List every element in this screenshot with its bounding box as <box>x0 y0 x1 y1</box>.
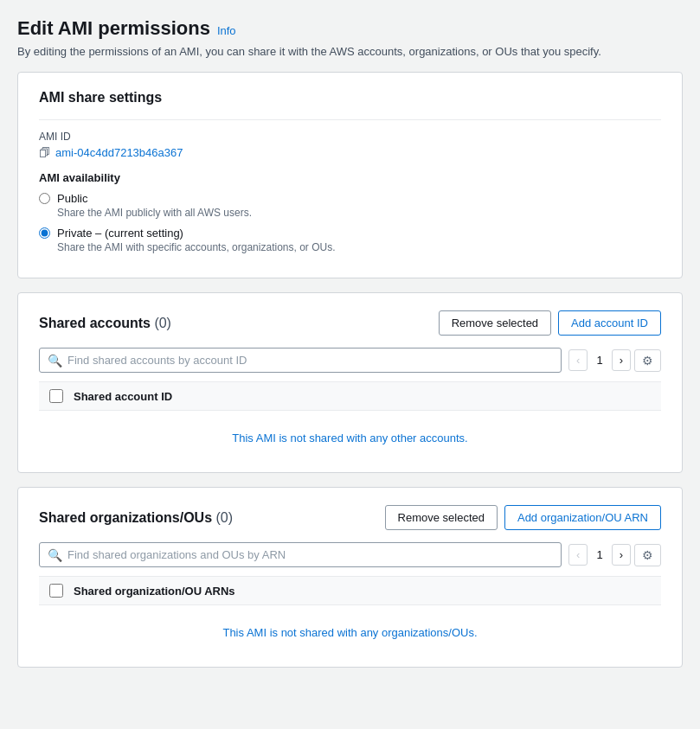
ami-availability-label: AMI availability <box>39 171 661 184</box>
shared-orgs-select-all-checkbox[interactable] <box>49 584 63 598</box>
add-org-arn-button[interactable]: Add organization/OU ARN <box>504 505 661 530</box>
shared-orgs-search-wrap: 🔍 <box>39 542 562 567</box>
shared-accounts-table-header: Shared account ID <box>39 381 661 411</box>
info-link[interactable]: Info <box>217 24 236 37</box>
shared-orgs-search-input[interactable] <box>39 542 562 567</box>
private-radio-desc: Share the AMI with specific accounts, or… <box>57 241 335 253</box>
page-header: Edit AMI permissions Info By editing the… <box>17 17 683 58</box>
shared-accounts-col-header: Shared account ID <box>74 390 172 403</box>
shared-accounts-count: (0) <box>154 316 171 330</box>
page-description: By editing the permissions of an AMI, yo… <box>17 45 683 58</box>
copy-icon[interactable]: 🗍 <box>39 146 50 159</box>
shared-orgs-title: Shared organizations/OUs (0) <box>39 510 233 525</box>
shared-accounts-title-wrap: Shared accounts (0) <box>39 316 171 331</box>
shared-orgs-table-header: Shared organization/OU ARNs <box>39 576 661 605</box>
shared-orgs-next-button[interactable]: › <box>612 544 631 566</box>
shared-orgs-actions: Remove selected Add organization/OU ARN <box>385 505 661 530</box>
private-radio[interactable] <box>39 227 50 239</box>
public-radio-option: Public Share the AMI publicly with all A… <box>39 191 661 219</box>
shared-orgs-prev-button[interactable]: ‹ <box>568 544 588 566</box>
public-radio-label[interactable]: Public <box>57 192 87 205</box>
shared-orgs-pagination: ‹ 1 › ⚙ <box>568 544 661 566</box>
shared-orgs-search-row: 🔍 ‹ 1 › ⚙ <box>39 542 661 567</box>
shared-accounts-page-num: 1 <box>591 354 607 367</box>
shared-accounts-empty-message: This AMI is not shared with any other ac… <box>39 411 661 455</box>
private-radio-label[interactable]: Private – (current setting) <box>57 227 183 240</box>
shared-accounts-search-row: 🔍 ‹ 1 › ⚙ <box>39 348 661 373</box>
shared-orgs-title-wrap: Shared organizations/OUs (0) <box>39 510 233 526</box>
ami-share-settings-card: AMI share settings AMI ID 🗍 ami-04c4dd72… <box>17 72 683 278</box>
shared-orgs-header: Shared organizations/OUs (0) Remove sele… <box>39 505 661 530</box>
shared-accounts-title: Shared accounts (0) <box>39 316 171 330</box>
remove-selected-accounts-button[interactable]: Remove selected <box>439 310 551 336</box>
search-icon: 🔍 <box>48 548 62 562</box>
remove-selected-orgs-button[interactable]: Remove selected <box>385 505 498 530</box>
shared-accounts-search-wrap: 🔍 <box>39 348 562 373</box>
search-icon: 🔍 <box>48 354 62 368</box>
public-radio-desc: Share the AMI publicly with all AWS user… <box>57 207 252 219</box>
ami-id-row: 🗍 ami-04c4dd7213b46a367 <box>39 146 661 159</box>
shared-orgs-count: (0) <box>216 510 234 525</box>
ami-id-link[interactable]: ami-04c4dd7213b46a367 <box>55 146 183 159</box>
shared-accounts-pagination: ‹ 1 › ⚙ <box>568 349 661 372</box>
shared-accounts-card: Shared accounts (0) Remove selected Add … <box>17 292 683 473</box>
public-radio[interactable] <box>39 193 50 204</box>
shared-accounts-settings-button[interactable]: ⚙ <box>634 349 661 372</box>
shared-orgs-settings-button[interactable]: ⚙ <box>634 544 661 566</box>
shared-accounts-next-button[interactable]: › <box>612 349 631 371</box>
shared-accounts-select-all-checkbox[interactable] <box>49 389 63 403</box>
private-radio-option: Private – (current setting) Share the AM… <box>39 226 661 253</box>
shared-accounts-header: Shared accounts (0) Remove selected Add … <box>39 310 661 336</box>
shared-orgs-page-num: 1 <box>591 548 607 561</box>
add-account-id-button[interactable]: Add account ID <box>558 310 661 336</box>
shared-accounts-prev-button[interactable]: ‹ <box>568 349 588 371</box>
shared-accounts-search-input[interactable] <box>39 348 562 373</box>
ami-id-label: AMI ID <box>39 131 661 143</box>
shared-orgs-col-header: Shared organization/OU ARNs <box>74 585 235 598</box>
shared-orgs-card: Shared organizations/OUs (0) Remove sele… <box>17 487 683 668</box>
shared-accounts-actions: Remove selected Add account ID <box>439 310 661 336</box>
ami-share-settings-title: AMI share settings <box>39 90 661 106</box>
shared-orgs-empty-message: This AMI is not shared with any organiza… <box>39 605 661 649</box>
page-title: Edit AMI permissions <box>17 17 210 40</box>
